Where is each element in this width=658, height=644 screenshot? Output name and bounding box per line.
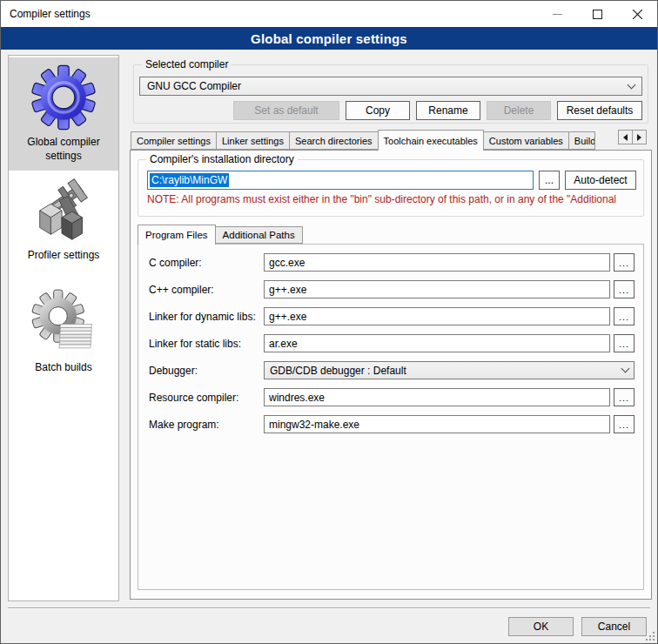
program-files-panel: C compiler: ... C++ compiler: ... Linker… [138,244,644,590]
form-row: Linker for dynamic libs: ... [149,307,634,325]
minimize-button[interactable] [537,1,577,27]
sidebar-item-profiler-settings[interactable]: Profiler settings [9,171,118,271]
selected-text: C:\raylib\MinGW [150,173,229,187]
close-icon [633,10,642,19]
resize-grip[interactable] [646,632,655,641]
dialog-buttons: OK Cancel [508,617,647,636]
field-label: Resource compiler: [149,392,264,404]
form-row: Linker for static libs: ... [149,334,634,352]
tab-scroll-buttons [619,130,647,144]
static-linker-browse-button[interactable]: ... [614,334,634,352]
tab-search-directories[interactable]: Search directories [289,131,379,150]
delete-button[interactable]: Delete [487,101,551,120]
c-compiler-input[interactable] [264,253,610,272]
selected-compiler-value: GNU GCC Compiler [147,80,241,92]
settings-tabs: Compiler settings Linker settings Search… [131,130,652,151]
chevron-down-icon [621,365,630,373]
maximize-icon [593,10,602,19]
installation-directory-group: Compiler's installation directory C:\ray… [138,159,644,217]
sidebar-item-label: Profiler settings [28,249,100,263]
form-row: C++ compiler: ... [149,280,634,299]
copy-button[interactable]: Copy [346,101,410,120]
selected-compiler-group: Selected compiler GNU GCC Compiler Set a… [133,64,648,124]
tab-additional-paths[interactable]: Additional Paths [215,226,303,244]
toolchain-executables-panel: Compiler's installation directory C:\ray… [130,150,652,600]
ok-button[interactable]: OK [508,617,574,636]
maximize-button[interactable] [577,1,617,27]
tab-program-files[interactable]: Program Files [138,225,216,245]
sidebar-item-label: Batch builds [35,361,91,375]
close-button[interactable] [617,1,657,27]
sidebar-item-label: Global compiler settings [12,136,115,163]
gray-gear-stack-icon [30,289,97,357]
make-program-browse-button[interactable]: ... [614,415,634,433]
rename-button[interactable]: Rename [416,101,480,120]
sidebar-item-batch-builds[interactable]: Batch builds [9,283,118,383]
field-label: Linker for dynamic libs: [149,311,264,323]
arrow-right-icon [637,134,641,141]
cpp-compiler-browse-button[interactable]: ... [614,280,634,299]
resource-compiler-input[interactable] [264,388,610,406]
installation-directory-group-label: Compiler's installation directory [146,153,298,165]
installation-note: NOTE: All programs must exist either in … [147,193,634,205]
tab-custom-variables[interactable]: Custom variables [483,131,569,150]
tab-linker-settings[interactable]: Linker settings [216,131,290,150]
settings-content: Selected compiler GNU GCC Compiler Set a… [130,53,652,644]
minimize-icon [553,10,562,19]
window-titlebar: Compiler settings [1,1,657,27]
resource-compiler-browse-button[interactable]: ... [614,388,634,406]
auto-detect-button[interactable]: Auto-detect [565,171,636,190]
blue-gear-icon [30,64,97,131]
tab-compiler-settings[interactable]: Compiler settings [131,131,217,150]
form-row: C compiler: ... [149,253,634,272]
form-row: Resource compiler: ... [149,388,634,406]
window-controls [537,1,657,27]
caliper-cubes-icon [30,177,97,245]
cancel-button[interactable]: Cancel [581,617,647,636]
toolchain-subtabs: Program Files Additional Paths [138,225,302,245]
reset-defaults-button[interactable]: Reset defaults [557,101,642,120]
arrow-left-icon [623,134,628,141]
tab-build-options[interactable]: Build [568,131,595,150]
dynamic-linker-input[interactable] [264,307,610,325]
footer-separator [8,607,650,609]
debugger-select[interactable]: GDB/CDB debugger : Default [264,361,634,379]
make-program-input[interactable] [264,415,610,433]
sidebar-item-global-compiler-settings[interactable]: Global compiler settings [9,57,118,171]
installation-directory-browse-button[interactable]: ... [539,171,560,190]
compiler-settings-dialog: Compiler settings Global compiler settin… [0,0,658,644]
field-label: Make program: [149,419,264,431]
installation-directory-input[interactable]: C:\raylib\MinGW [147,171,534,190]
chevron-down-icon [628,80,636,89]
form-row: Debugger: GDB/CDB debugger : Default [149,361,634,379]
field-label: C compiler: [149,257,264,269]
settings-category-list: Global compiler settings Profiler [8,55,119,601]
dialog-header-title: Global compiler settings [1,27,657,50]
debugger-value: GDB/CDB debugger : Default [270,365,406,377]
static-linker-input[interactable] [264,334,610,352]
tab-toolchain-executables[interactable]: Toolchain executables [378,130,484,151]
selected-compiler-select[interactable]: GNU GCC Compiler [139,77,642,96]
cpp-compiler-input[interactable] [264,280,610,299]
tab-scroll-left-button[interactable] [618,130,633,144]
field-label: Linker for static libs: [149,338,264,350]
field-label: C++ compiler: [149,284,264,296]
selected-compiler-group-label: Selected compiler [142,58,232,70]
set-as-default-button[interactable]: Set as default [233,101,339,120]
c-compiler-browse-button[interactable]: ... [614,253,634,272]
field-label: Debugger: [149,365,264,377]
window-title: Compiler settings [10,8,91,20]
form-row: Make program: ... [149,415,634,433]
dynamic-linker-browse-button[interactable]: ... [614,307,634,325]
tab-scroll-right-button[interactable] [632,130,647,144]
